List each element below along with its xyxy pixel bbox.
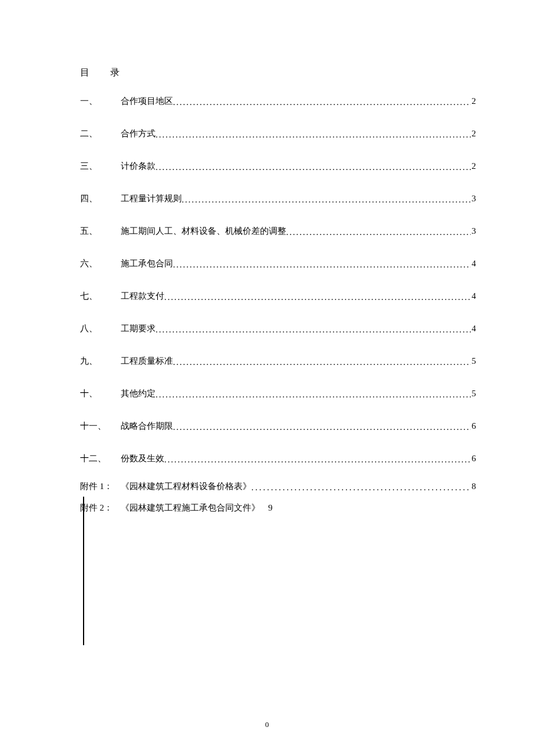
toc-page: 2 (471, 94, 477, 108)
toc-leader (251, 479, 471, 496)
toc-page: 3 (471, 224, 477, 238)
toc-number: 二、 (80, 126, 121, 140)
toc-number: 一、 (80, 94, 121, 108)
toc-number: 十二、 (80, 451, 121, 465)
appendix-entry: 附件 1： 《园林建筑工程材料设备价格表》 8 (80, 478, 476, 495)
toc-number: 十、 (80, 386, 121, 400)
appendix-text: 《园林建筑工程施工承包合同文件》 (121, 500, 260, 516)
toc-entry: 六、 施工承包合同 4 (80, 256, 476, 270)
toc-page: 2 (471, 126, 477, 140)
toc-page: 2 (471, 159, 477, 173)
toc-leader (156, 128, 471, 142)
appendix-list: 附件 1： 《园林建筑工程材料设备价格表》 8 附件 2： 《园林建筑工程施工承… (80, 478, 476, 516)
page-number: 0 (0, 720, 534, 729)
toc-page: 4 (471, 256, 477, 270)
appendix-page: 9 (268, 500, 273, 516)
toc-text: 施工承包合同 (121, 256, 173, 270)
toc-leader (164, 453, 471, 466)
appendix-text: 《园林建筑工程材料设备价格表》 (121, 478, 251, 495)
toc-entry: 十二、 份数及生效 6 (80, 451, 476, 465)
toc-leader (156, 160, 471, 174)
toc-text: 工期要求 (121, 321, 156, 335)
toc-list: 一、 合作项目地区 2 二、 合作方式 2 三、 计价条款 2 四、 工程量计算… (80, 94, 476, 465)
toc-number: 十一、 (80, 419, 121, 433)
toc-text: 战略合作期限 (121, 419, 173, 433)
toc-page: 4 (471, 289, 477, 303)
toc-leader (173, 420, 471, 434)
toc-entry: 八、 工期要求 4 (80, 321, 476, 335)
appendix-entry: 附件 2： 《园林建筑工程施工承包合同文件》 9 (80, 500, 476, 516)
toc-number: 八、 (80, 321, 121, 335)
appendix-number: 附件 2： (80, 500, 121, 516)
toc-number: 四、 (80, 191, 121, 205)
toc-leader (182, 193, 471, 207)
toc-entry: 三、 计价条款 2 (80, 159, 476, 173)
toc-leader (173, 95, 471, 109)
toc-text: 合作方式 (121, 126, 156, 140)
title-char-1: 目 (80, 67, 89, 77)
toc-text: 合作项目地区 (121, 94, 173, 108)
toc-entry: 十一、 战略合作期限 6 (80, 419, 476, 433)
toc-entry: 一、 合作项目地区 2 (80, 94, 476, 108)
toc-entry: 四、 工程量计算规则 3 (80, 191, 476, 205)
toc-entry: 二、 合作方式 2 (80, 126, 476, 140)
toc-number: 五、 (80, 224, 121, 238)
appendix-page: 8 (471, 478, 477, 495)
vertical-margin-line (83, 497, 84, 645)
toc-page: 4 (471, 321, 477, 335)
toc-text: 工程款支付 (121, 289, 164, 303)
toc-text: 其他约定 (121, 386, 156, 400)
toc-number: 三、 (80, 159, 121, 173)
toc-leader (156, 388, 471, 401)
toc-leader (173, 258, 471, 272)
toc-leader (286, 225, 471, 239)
toc-entry: 九、 工程质量标准 5 (80, 354, 476, 368)
toc-page: 6 (471, 451, 477, 465)
page: 目 录 一、 合作项目地区 2 二、 合作方式 2 三、 计价条款 2 四、 工… (0, 0, 534, 756)
toc-entry: 五、 施工期间人工、材料设备、机械价差的调整 3 (80, 224, 476, 238)
toc-page: 6 (471, 419, 477, 433)
toc-entry: 十、 其他约定 5 (80, 386, 476, 400)
toc-text: 工程量计算规则 (121, 191, 182, 205)
toc-text: 份数及生效 (121, 451, 164, 465)
toc-title: 目 录 (80, 67, 476, 79)
toc-page: 3 (471, 191, 477, 205)
toc-number: 七、 (80, 289, 121, 303)
toc-number: 六、 (80, 256, 121, 270)
toc-text: 计价条款 (121, 159, 156, 173)
toc-text: 施工期间人工、材料设备、机械价差的调整 (121, 224, 286, 238)
toc-leader (173, 355, 471, 369)
toc-text: 工程质量标准 (121, 354, 173, 368)
toc-leader (156, 323, 471, 337)
toc-page: 5 (471, 354, 477, 368)
toc-page: 5 (471, 386, 477, 400)
toc-number: 九、 (80, 354, 121, 368)
appendix-number: 附件 1： (80, 478, 121, 495)
toc-leader (164, 290, 471, 304)
toc-entry: 七、 工程款支付 4 (80, 289, 476, 303)
title-char-2: 录 (110, 67, 120, 77)
